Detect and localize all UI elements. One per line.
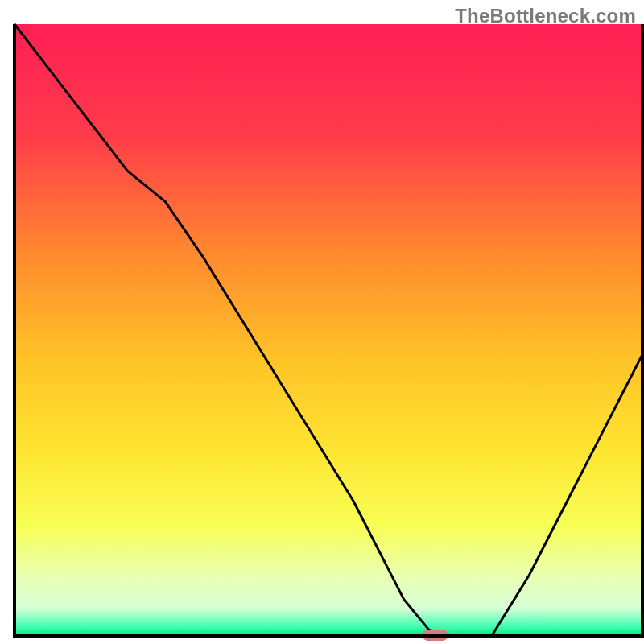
watermark-text: TheBottleneck.com bbox=[455, 5, 636, 27]
plot-background bbox=[14, 24, 642, 636]
bottleneck-chart bbox=[0, 0, 644, 644]
chart-container: TheBottleneck.com bbox=[0, 0, 644, 644]
